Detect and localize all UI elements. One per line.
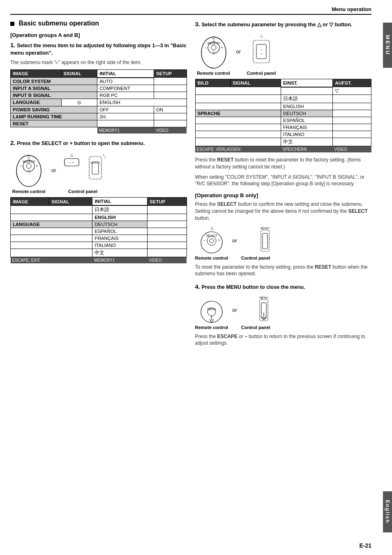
side-tab-menu: MENU [383,23,392,68]
or-label4: or [232,307,237,313]
svg-text:+: + [36,164,38,168]
control-panel-label4: Control panel [241,325,270,330]
remote-svg4: MENU [195,295,228,323]
table-row: RESET [11,120,187,127]
svg-text:△: △ [27,153,30,158]
svg-text:△: △ [260,34,263,38]
table-row: SPRACHE DEUTSCH [195,110,371,117]
or-label3: or [232,237,237,244]
black-square-icon [10,22,14,26]
panel-svg3: SELECT [241,225,270,254]
svg-text:MENU: MENU [208,308,216,311]
svg-rect-11 [89,157,101,179]
step2-number: 2. [10,139,16,146]
panel-svg4: MENU [241,295,270,323]
table-row: LAMP RUNNING TIME 2H. [11,113,187,120]
menu-table1-col1-header: IMAGE [11,69,62,78]
menu-footer-row: MEMORY1 VIDEO [11,127,187,134]
step1-text: Select the menu item to be adjusted by f… [10,43,187,56]
svg-text:SELECT: SELECT [90,161,100,164]
table-row: 中文 [11,249,187,257]
menu-footer-row2: ESCAPE: EXIT MEMORY1 VIDEO [11,257,187,264]
step4-number: 4. [195,283,201,290]
table-row: ESPAÑOL [11,228,187,235]
step4: 4. Press the MENU button to close the me… [195,282,372,347]
svg-text:△: △ [210,226,213,230]
svg-point-34 [210,239,214,243]
subsection-title: [Operation groups A and B] [10,32,187,38]
step2-diagram: SELECT – + △ ▽ △ Remote control or [10,150,187,194]
control-panel-label: Control panel [68,189,97,194]
menu-table2: IMAGE SIGNAL INITIAL SETUP 日本語 EN [10,197,187,263]
svg-text:△: △ [212,39,215,43]
step4-diagram: MENU Remote control or MENU [195,295,372,330]
menu-table3-col3-header: EINST. [281,79,333,87]
page-header: Menu operation [10,6,371,15]
svg-point-33 [207,236,216,245]
table-row: ENGLISH [11,214,187,221]
step3: 3. Select the submenu parameter by press… [195,20,372,187]
table-row: ESPAÑOL [195,117,371,124]
step3-text: Select the submenu parameter by pressing… [202,22,353,28]
menu-table1-col4-header: SETUP [154,69,187,78]
table-row: ITALIANO [195,131,371,138]
op-group-b: [Operation group B only] Press the SELEC… [195,192,372,277]
svg-line-46 [212,319,214,322]
page-number: E-21 [359,542,371,549]
or-label: or [51,167,56,173]
table-row: ITALIANO [11,242,187,249]
control-panel-svg: – + SELECT △ △ + [60,150,106,187]
svg-text:–: – [203,238,205,242]
svg-text:SELECT: SELECT [206,234,217,237]
remote-svg2: SELECT – + △ ▽ △ [195,32,232,69]
or-label2: or [236,48,241,55]
menu-table1-col2-header: SIGNAL [61,69,97,78]
control-panel-label3: Control panel [241,256,270,260]
panel-svg2: △ – + [245,32,278,69]
control-panel-diagram2: △ – + Control panel [245,32,278,76]
svg-rect-28 [256,44,266,59]
table-row: COLOR SYSTEM AUTO [11,78,187,85]
svg-text:–: – [261,48,262,51]
svg-text:△: △ [212,35,215,39]
remote-control-svg: SELECT – + △ ▽ △ [10,150,47,187]
step3-number: 3. [195,21,201,28]
section-title: Basic submenu operation [10,20,187,27]
step2-text: Press the SELECT or + button to open the… [17,140,145,146]
svg-rect-27 [253,40,270,63]
table-row: 日本語 [11,205,187,214]
table-row: FRANÇAIS [195,124,371,131]
table-row: 日本語 [195,95,371,103]
svg-text:+: + [221,46,223,50]
remote-label3: Remote control [195,256,228,260]
step4-text: Press the MENU button to close the menu. [202,284,305,290]
remote-svg3: △ SELECT – + [195,225,228,254]
control-panel-diagram4: MENU Control panel [241,295,270,330]
svg-text:▽: ▽ [212,51,215,55]
svg-text:+: + [261,53,262,55]
svg-line-45 [210,319,212,322]
step2: 2. Press the SELECT or + button to open … [10,138,187,264]
control-panel-label2: Control panel [247,71,276,76]
step1-subtext: The submenu mark "▹" appears on the righ… [10,59,187,66]
svg-point-2 [26,164,31,168]
remote-label4: Remote control [195,325,228,330]
menu-table2-col3-header: INITIAL [92,198,148,206]
table-row: LANGUAGE ◎ ENGLISH [11,99,187,106]
menu-table1: IMAGE SIGNAL INITIAL SETUP COLOR SYSTEM … [10,69,187,134]
menu-table2-col2-header: SIGNAL [49,198,92,206]
svg-text:+: + [218,238,220,242]
remote-control-diagram2: SELECT – + △ ▽ △ Remote control [195,32,232,76]
menu-table2-col1-header: IMAGE [11,198,49,206]
op-group-b-diagram: △ SELECT – + Remote control or [195,225,372,260]
menu-table3-col4-header: AUFST. [333,79,371,87]
table-row: 中文 [195,138,371,146]
menu-table2-col4-header: SETUP [148,198,187,206]
step1-number: 1. [10,41,16,48]
side-tab-english: English [383,491,392,532]
table-row: ▽ [195,87,371,95]
remote-control-diagram4: MENU Remote control [195,295,228,330]
menu-table3-col2-header: SIGNAL [230,79,281,87]
reset-factory-note: To reset the parameter to the factory se… [195,264,372,278]
step3-diagram: SELECT – + △ ▽ △ Remote control or [195,32,372,76]
